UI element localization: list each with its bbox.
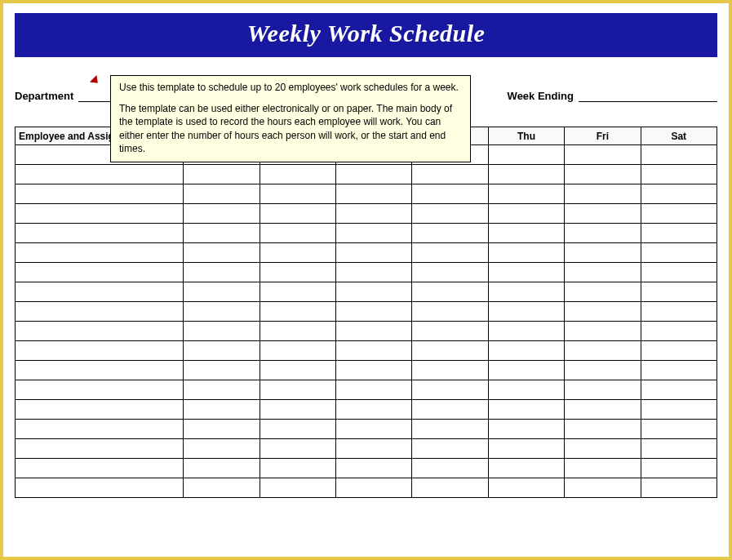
hours-cell[interactable]: [260, 341, 335, 361]
hours-cell[interactable]: [336, 302, 412, 322]
hours-cell[interactable]: [184, 184, 260, 204]
hours-cell[interactable]: [565, 341, 641, 361]
employee-cell[interactable]: [16, 400, 184, 420]
hours-cell[interactable]: [488, 322, 564, 341]
hours-cell[interactable]: [488, 302, 564, 322]
employee-cell[interactable]: [16, 361, 184, 380]
hours-cell[interactable]: [488, 420, 564, 439]
hours-cell[interactable]: [184, 224, 260, 243]
hours-cell[interactable]: [565, 361, 641, 380]
employee-cell[interactable]: [16, 224, 184, 243]
hours-cell[interactable]: [184, 263, 260, 282]
hours-cell[interactable]: [336, 204, 412, 224]
hours-cell[interactable]: [488, 459, 564, 478]
hours-cell[interactable]: [488, 224, 564, 243]
hours-cell[interactable]: [260, 322, 335, 341]
hours-cell[interactable]: [184, 400, 260, 420]
hours-cell[interactable]: [412, 263, 488, 282]
hours-cell[interactable]: [336, 165, 412, 184]
hours-cell[interactable]: [184, 322, 260, 341]
employee-cell[interactable]: [16, 341, 184, 361]
hours-cell[interactable]: [412, 380, 488, 400]
employee-cell[interactable]: [16, 459, 184, 478]
hours-cell[interactable]: [641, 361, 716, 380]
hours-cell[interactable]: [412, 459, 488, 478]
hours-cell[interactable]: [641, 204, 716, 224]
hours-cell[interactable]: [641, 400, 716, 420]
hours-cell[interactable]: [641, 380, 716, 400]
hours-cell[interactable]: [488, 341, 564, 361]
hours-cell[interactable]: [260, 439, 335, 459]
hours-cell[interactable]: [260, 380, 335, 400]
hours-cell[interactable]: [488, 282, 564, 302]
hours-cell[interactable]: [260, 420, 335, 439]
hours-cell[interactable]: [260, 302, 335, 322]
hours-cell[interactable]: [641, 439, 716, 459]
hours-cell[interactable]: [641, 282, 716, 302]
hours-cell[interactable]: [184, 439, 260, 459]
hours-cell[interactable]: [336, 243, 412, 263]
hours-cell[interactable]: [488, 439, 564, 459]
hours-cell[interactable]: [412, 420, 488, 439]
hours-cell[interactable]: [184, 302, 260, 322]
hours-cell[interactable]: [641, 322, 716, 341]
hours-cell[interactable]: [184, 380, 260, 400]
hours-cell[interactable]: [412, 243, 488, 263]
hours-cell[interactable]: [412, 478, 488, 498]
hours-cell[interactable]: [336, 459, 412, 478]
employee-cell[interactable]: [16, 302, 184, 322]
hours-cell[interactable]: [641, 224, 716, 243]
hours-cell[interactable]: [184, 478, 260, 498]
hours-cell[interactable]: [488, 380, 564, 400]
hours-cell[interactable]: [260, 224, 335, 243]
employee-cell[interactable]: [16, 420, 184, 439]
hours-cell[interactable]: [565, 184, 641, 204]
employee-cell[interactable]: [16, 263, 184, 282]
hours-cell[interactable]: [336, 380, 412, 400]
hours-cell[interactable]: [641, 302, 716, 322]
hours-cell[interactable]: [260, 400, 335, 420]
hours-cell[interactable]: [641, 341, 716, 361]
employee-cell[interactable]: [16, 439, 184, 459]
hours-cell[interactable]: [565, 145, 641, 165]
hours-cell[interactable]: [488, 184, 564, 204]
hours-cell[interactable]: [565, 400, 641, 420]
hours-cell[interactable]: [336, 263, 412, 282]
hours-cell[interactable]: [260, 459, 335, 478]
hours-cell[interactable]: [641, 420, 716, 439]
hours-cell[interactable]: [336, 282, 412, 302]
hours-cell[interactable]: [260, 243, 335, 263]
hours-cell[interactable]: [412, 165, 488, 184]
hours-cell[interactable]: [184, 165, 260, 184]
hours-cell[interactable]: [336, 478, 412, 498]
hours-cell[interactable]: [565, 459, 641, 478]
hours-cell[interactable]: [565, 263, 641, 282]
employee-cell[interactable]: [16, 204, 184, 224]
hours-cell[interactable]: [488, 165, 564, 184]
hours-cell[interactable]: [260, 478, 335, 498]
hours-cell[interactable]: [641, 145, 716, 165]
hours-cell[interactable]: [336, 224, 412, 243]
hours-cell[interactable]: [412, 204, 488, 224]
hours-cell[interactable]: [565, 282, 641, 302]
employee-cell[interactable]: [16, 243, 184, 263]
hours-cell[interactable]: [488, 243, 564, 263]
hours-cell[interactable]: [565, 224, 641, 243]
hours-cell[interactable]: [641, 165, 716, 184]
hours-cell[interactable]: [488, 204, 564, 224]
hours-cell[interactable]: [412, 282, 488, 302]
hours-cell[interactable]: [336, 420, 412, 439]
hours-cell[interactable]: [184, 361, 260, 380]
hours-cell[interactable]: [260, 204, 335, 224]
hours-cell[interactable]: [565, 322, 641, 341]
hours-cell[interactable]: [565, 439, 641, 459]
hours-cell[interactable]: [412, 302, 488, 322]
week-ending-field[interactable]: [579, 91, 717, 102]
hours-cell[interactable]: [412, 361, 488, 380]
hours-cell[interactable]: [488, 263, 564, 282]
hours-cell[interactable]: [412, 224, 488, 243]
hours-cell[interactable]: [184, 341, 260, 361]
employee-cell[interactable]: [16, 282, 184, 302]
hours-cell[interactable]: [184, 459, 260, 478]
hours-cell[interactable]: [336, 439, 412, 459]
